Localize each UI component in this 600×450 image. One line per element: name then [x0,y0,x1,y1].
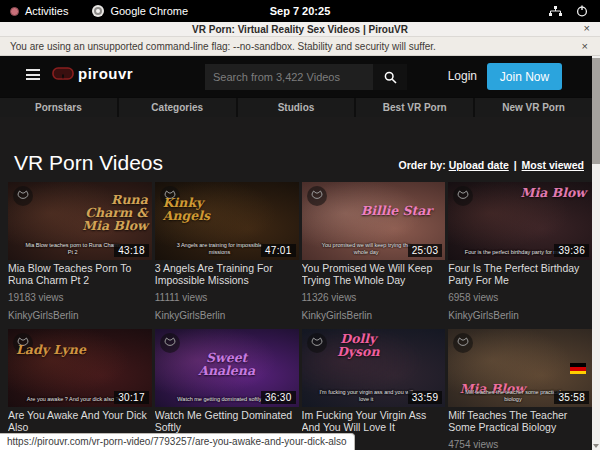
video-card[interactable]: Runa Charm & Mia Blow Mia Blow teaches p… [8,182,152,321]
video-studio-link[interactable]: KinkyGirlsBerlin [8,310,152,321]
overlay-name: Dolly Dyson [319,332,398,358]
overlay-name: Sweet Analena [184,351,270,377]
duration-badge: 30:17 [114,391,149,404]
order-most-viewed-link[interactable]: Most viewed [522,159,584,171]
german-flag-icon [570,363,586,374]
thumb-caption: Four is the perfect birthday party for m… [463,249,564,256]
video-card[interactable]: Mia Blow Milf teaches the teacher some p… [448,329,592,450]
video-thumbnail[interactable]: Dolly Dyson I'm fucking your virgin ass … [302,329,446,407]
browser-tab-strip: VR Porn: Virtual Reality Sex Videos | Pi… [0,22,600,37]
nav-item-new-vr-porn[interactable]: New VR Porn [475,98,592,117]
scrollbar[interactable] [592,56,600,450]
duration-badge: 47:01 [261,244,296,257]
search-input[interactable] [205,64,373,90]
tab-close-icon[interactable]: × [584,22,590,34]
heading-row: VR Porn Videos Order by: Upload date | M… [0,117,592,175]
nav-item-pornstars[interactable]: Pornstars [0,98,117,117]
tab-title[interactable]: VR Porn: Virtual Reality Sex Videos | Pi… [0,24,600,35]
video-title[interactable]: You Promised We Will Keep Trying The Who… [302,263,446,286]
duration-badge: 43:18 [114,244,149,257]
overlay-name: Billie Star [359,204,434,217]
video-views: 11326 views [302,292,446,303]
overlay-name: Kinky Angels [163,196,242,222]
video-studio-link[interactable]: KinkyGirlsBerlin [155,310,299,321]
page-title: VR Porn Videos [14,151,163,175]
search-icon [384,71,397,84]
warning-close-icon[interactable]: × [582,40,588,52]
duration-badge: 39:36 [554,244,589,257]
order-by: Order by: Upload date | Most viewed [398,159,584,175]
screen: Activities Google Chrome Sep 7 20:25 VR … [0,0,600,450]
browser-viewport: pirouvr Login Join Now Pornstars Categor… [0,56,600,450]
video-studio-link[interactable]: KinkyGirlsBerlin [302,310,446,321]
video-thumbnail[interactable]: Kinky Angels 3 Angels are training for i… [155,182,299,260]
video-title[interactable]: Milf Teaches The Teacher Some Practical … [448,410,592,433]
search-box [205,64,373,90]
video-thumbnail[interactable]: Sweet Analena Watch me getting dominated… [155,329,299,407]
site-logo-text: pirouvr [78,65,133,82]
video-thumbnail[interactable]: Mia Blow Milf teaches the teacher some p… [448,329,592,407]
warning-message: You are using an unsupported command-lin… [0,41,436,52]
thumb-caption: I'm fucking your virgin ass and you will… [316,389,417,403]
video-card[interactable]: Dolly Dyson I'm fucking your virgin ass … [302,329,446,450]
scrollbar-thumb[interactable] [592,58,600,164]
search-button[interactable] [373,64,407,90]
video-views: 11111 views [155,292,299,303]
main-nav: Pornstars Categories Studios Best VR Por… [0,97,592,117]
power-icon[interactable] [576,5,588,17]
overlay-name: Mia Blow [507,186,586,199]
site-header: pirouvr Login Join Now [0,56,592,97]
duration-badge: 35:58 [554,391,589,404]
order-upload-date-link[interactable]: Upload date [449,159,509,171]
clock[interactable]: Sep 7 20:25 [0,5,600,17]
nav-item-studios[interactable]: Studios [238,98,355,117]
menu-icon[interactable] [26,69,40,80]
site-logo[interactable]: pirouvr [52,65,133,82]
order-separator: | [512,159,519,171]
overlay-name: Lady Lyne [16,343,95,356]
thumb-caption: Are you awake ? And your dick also ? [22,396,123,403]
studio-cat-mask-icon [13,186,33,206]
join-now-button[interactable]: Join Now [487,63,562,90]
video-title[interactable]: Im Fucking Your Virgin Ass And You Will … [302,410,446,433]
video-thumbnail[interactable]: Mia Blow Four is the perfect birthday pa… [448,182,592,260]
video-card[interactable]: Sweet Analena Watch me getting dominated… [155,329,299,450]
video-title[interactable]: Mia Blow Teaches Porn To Runa Charm Pt 2 [8,263,152,286]
video-title[interactable]: Four Is The Perfect Birthday Party For M… [448,263,592,286]
video-thumbnail[interactable]: Runa Charm & Mia Blow Mia Blow teaches p… [8,182,152,260]
thumb-caption: Milf teaches the teacher some practical … [463,389,564,403]
thumb-caption: Mia Blow teaches porn to Runa Charm Pt 2 [22,242,123,256]
studio-cat-mask-icon [453,333,473,353]
nav-item-categories[interactable]: Categories [119,98,236,117]
video-title[interactable]: 3 Angels Are Training For Impossible Mis… [155,263,299,286]
duration-badge: 36:30 [261,391,296,404]
status-url-bubble: https://pirouvr.com/vr-porn-video/779325… [0,433,355,450]
network-tree-icon[interactable] [549,6,562,17]
nav-item-best-vr-porn[interactable]: Best VR Porn [356,98,473,117]
video-title[interactable]: Watch Me Getting Dominated Softly [155,410,299,433]
thumb-caption: You promised we will keep trying the who… [316,242,417,256]
studio-cat-mask-icon [160,333,180,353]
video-card[interactable]: Lady Lyne Are you awake ? And your dick … [8,329,152,450]
video-card[interactable]: Mia Blow Four is the perfect birthday pa… [448,182,592,321]
studio-cat-mask-icon [307,186,327,206]
studio-cat-mask-icon [453,186,473,206]
scrollbar-down-arrow-icon[interactable] [593,444,599,448]
video-title[interactable]: Are You Awake And Your Dick Also [8,410,152,433]
video-thumbnail[interactable]: Lady Lyne Are you awake ? And your dick … [8,329,152,407]
thumb-caption: Watch me getting dominated softly [169,396,270,403]
vr-goggles-icon [52,67,74,80]
video-card[interactable]: Kinky Angels 3 Angels are training for i… [155,182,299,321]
video-studio-link[interactable]: KinkyGirlsBerlin [448,310,592,321]
video-card[interactable]: Billie Star You promised we will keep tr… [302,182,446,321]
order-by-label: Order by: [398,159,445,171]
video-grid: Runa Charm & Mia Blow Mia Blow teaches p… [0,175,592,450]
login-link[interactable]: Login [448,69,477,83]
video-thumbnail[interactable]: Billie Star You promised we will keep tr… [302,182,446,260]
sandbox-warning-bar: You are using an unsupported command-lin… [0,37,600,56]
overlay-name: Runa Charm & Mia Blow [62,193,148,232]
duration-badge: 33:59 [408,391,443,404]
system-top-bar: Activities Google Chrome Sep 7 20:25 [0,0,600,22]
thumb-caption: 3 Angels are training for impossible mis… [169,242,270,256]
video-views: 6958 views [448,292,592,303]
